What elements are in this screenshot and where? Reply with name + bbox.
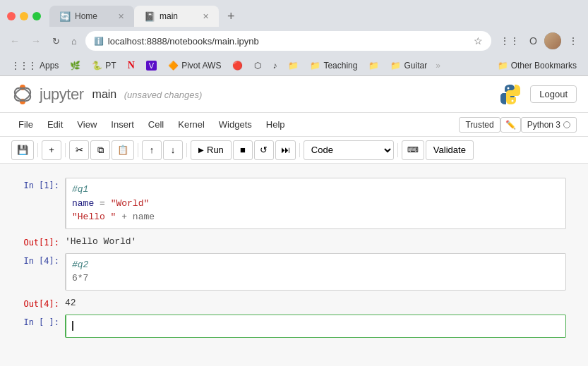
menu-widgets[interactable]: Widgets [212, 116, 259, 133]
other-bookmarks[interactable]: 📁 Other Bookmarks [493, 59, 581, 72]
menu-cell[interactable]: Cell [141, 116, 171, 133]
home-nav-button[interactable]: ⌂ [68, 35, 80, 48]
cell-4-wrapper: In [4]: #q2 6*7 [14, 253, 574, 291]
paste-cell-button[interactable]: 📋 [112, 140, 134, 160]
bookmark-guitar-icon-only[interactable]: 📁 [364, 59, 383, 72]
validate-button[interactable]: Validate [426, 140, 474, 160]
bookmark-b3[interactable]: ♪ [268, 59, 281, 72]
interrupt-kernel-button[interactable]: ■ [233, 140, 253, 160]
guitar-label: Guitar [404, 61, 427, 71]
menu-insert[interactable]: Insert [104, 116, 141, 133]
cell-1-output-wrapper: Out[1]: 'Hello World' [14, 235, 574, 248]
run-cell-button[interactable]: ▶ Run [191, 140, 232, 160]
restart-run-all-button[interactable]: ⏭ [275, 140, 296, 160]
main-tab-icon: 📓 [144, 11, 155, 22]
new-tab-button[interactable]: + [222, 6, 241, 27]
tab-home[interactable]: 🔄 Home ✕ [49, 6, 134, 27]
jupyter-wordmark: jupyter [40, 85, 84, 104]
bookmark-b4[interactable]: 📁 [284, 59, 303, 72]
keyboard-shortcuts-button[interactable]: ⌨ [402, 140, 424, 160]
edit-metadata-button[interactable]: ✏️ [500, 117, 521, 133]
code-op-1: = [94, 198, 110, 209]
cell-4-output: 42 [65, 296, 76, 308]
bookmark-b1[interactable]: 🔴 [228, 59, 247, 72]
cell-4-output-wrapper: Out[4]: 42 [14, 296, 574, 309]
jupyter-logo[interactable]: jupyter [11, 83, 84, 106]
menu-edit[interactable]: Edit [40, 116, 70, 133]
tab-main[interactable]: 📓 main ✕ [134, 6, 219, 27]
cell-1-input[interactable]: #q1 name = "World" "Hello " + name [65, 178, 566, 229]
cell-1-line-3: "Hello " + name [72, 210, 560, 224]
bookmark-netflix[interactable]: N [124, 59, 139, 73]
maximize-window-button[interactable] [32, 12, 41, 20]
url-bar[interactable]: ℹ️ localhost:8888/notebooks/main.ipynb ☆ [85, 31, 491, 51]
kernel-info: Python 3 [521, 117, 577, 133]
move-cell-up-button[interactable]: ↑ [142, 140, 162, 160]
save-button[interactable]: 💾 [11, 140, 34, 160]
extensions-button[interactable]: ⋮⋮ [497, 34, 522, 48]
browser-actions: ⋮⋮ O ⋮ [497, 32, 581, 49]
home-tab-close[interactable]: ✕ [118, 12, 124, 21]
bookmark-teaching[interactable]: 📁 Teaching [306, 59, 361, 72]
b3-icon: ♪ [272, 61, 277, 71]
cell-empty-input[interactable] [65, 315, 566, 338]
cell-4-input[interactable]: #q2 6*7 [65, 253, 566, 291]
menu-view[interactable]: View [70, 116, 104, 133]
bookmark-pt[interactable]: 🐍 PT [88, 59, 120, 72]
close-window-button[interactable] [7, 12, 16, 20]
toolbar: 💾 + ✂ ⧉ 📋 ↑ ↓ ▶ Run ■ ↺ ⏭ Code Markdown … [0, 137, 588, 164]
avatar[interactable] [544, 32, 561, 49]
svg-point-4 [508, 87, 510, 89]
run-label: Run [207, 145, 224, 155]
bookmark-apps[interactable]: ⋮⋮⋮ Apps [7, 59, 63, 72]
apps-icon: ⋮⋮⋮ [11, 61, 37, 71]
code-op-2: + name [116, 212, 155, 222]
lock-icon: ℹ️ [94, 37, 104, 46]
cell-1-output-label: Out[1]: [14, 235, 65, 248]
menu-button[interactable]: ⋮ [565, 34, 581, 48]
kernel-status-circle [563, 121, 570, 128]
kernel-label: Python 3 [527, 120, 560, 130]
pt-label: PT [105, 61, 116, 71]
copy-cell-button[interactable]: ⧉ [90, 140, 110, 160]
restart-kernel-button[interactable]: ↺ [254, 140, 274, 160]
menu-kernel[interactable]: Kernel [171, 116, 212, 133]
toolbar-separator-4 [186, 143, 187, 157]
cell-4-line-1: #q2 [72, 258, 560, 272]
notebook-name: main [92, 88, 117, 100]
cell-1-line-1: #q1 [72, 183, 560, 197]
reload-button[interactable]: ↻ [49, 35, 63, 48]
home-tab-label: Home [75, 11, 97, 21]
home-tab-icon: 🔄 [59, 11, 71, 22]
teaching-label: Teaching [323, 61, 357, 71]
bookmark-yc[interactable]: 🌿 [66, 59, 85, 72]
back-button[interactable]: ← [7, 34, 23, 48]
add-cell-button[interactable]: + [42, 140, 61, 160]
cursor [72, 321, 73, 331]
cell-type-dropdown[interactable]: Code Markdown Raw NBConvert [304, 140, 394, 160]
menu-file[interactable]: File [11, 116, 40, 133]
opera-icon[interactable]: O [527, 34, 540, 48]
bookmark-b2[interactable]: ⬡ [250, 59, 265, 72]
minimize-window-button[interactable] [20, 12, 28, 20]
toolbar-separator-2 [65, 143, 66, 157]
bookmark-v[interactable]: V [142, 59, 161, 72]
trusted-button[interactable]: Trusted [459, 117, 500, 133]
move-cell-down-button[interactable]: ↓ [163, 140, 183, 160]
bookmark-star-icon[interactable]: ☆ [474, 35, 483, 47]
bookmarks-more[interactable]: » [436, 61, 440, 71]
python-logo-icon [499, 83, 522, 106]
notebook-title[interactable]: main (unsaved changes) [92, 88, 203, 101]
bookmark-pivot-aws[interactable]: 🔶 Pivot AWS [164, 59, 225, 72]
logout-button[interactable]: Logout [530, 85, 577, 103]
bookmark-guitar[interactable]: 📁 Guitar [386, 59, 431, 72]
menu-help[interactable]: Help [259, 116, 292, 133]
cell-1-line-2: name = "World" [72, 197, 560, 211]
cell-1-label: In [1]: [14, 178, 65, 190]
forward-button[interactable]: → [28, 34, 44, 48]
b1-icon: 🔴 [232, 61, 243, 71]
code-var-name: name [72, 198, 94, 209]
apps-label: Apps [40, 61, 59, 71]
main-tab-close[interactable]: ✕ [203, 12, 209, 21]
cut-cell-button[interactable]: ✂ [69, 140, 89, 160]
